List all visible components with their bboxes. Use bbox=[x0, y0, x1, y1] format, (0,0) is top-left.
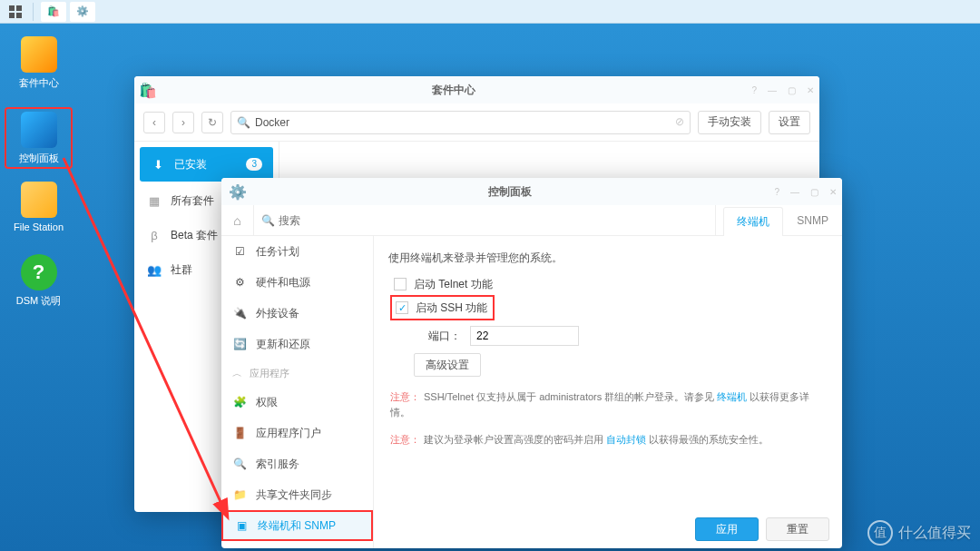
maximize-icon[interactable]: ▢ bbox=[782, 85, 801, 95]
sidebar-privileges[interactable]: 🧩权限 bbox=[221, 387, 373, 418]
autoblock-link[interactable]: 自动封锁 bbox=[606, 434, 646, 445]
watermark: 值 什么值得买 bbox=[867, 520, 971, 546]
minimize-icon[interactable]: — bbox=[762, 85, 782, 95]
description: 使用终端机来登录并管理您的系统。 bbox=[388, 251, 828, 266]
label: 社群 bbox=[171, 262, 192, 278]
search-icon: 🔍 bbox=[261, 214, 275, 227]
thumb-icon: 值 bbox=[867, 520, 893, 546]
close-icon[interactable]: ✕ bbox=[824, 187, 842, 197]
control-panel-window: ⚙️ 控制面板 ? — ▢ ✕ ⌂ 🔍 终端机 SNMP ☑任务计划 ⚙硬件和电… bbox=[221, 178, 842, 548]
tabs: 终端机 SNMP bbox=[723, 206, 842, 235]
search-box: 🔍 ⊘ bbox=[230, 111, 691, 134]
sidebar-app-portal[interactable]: 🚪应用程序门户 bbox=[221, 418, 373, 448]
desktop-file-station[interactable]: File Station bbox=[5, 182, 73, 232]
home-button[interactable]: ⌂ bbox=[221, 205, 254, 235]
label: 启动 SSH 功能 bbox=[416, 300, 487, 316]
separator bbox=[33, 3, 34, 21]
label: Beta 套件 bbox=[171, 228, 218, 243]
toolbar: ‹ › ↻ 🔍 ⊘ 手动安装 设置 bbox=[134, 103, 819, 142]
label: 已安装 bbox=[174, 157, 207, 172]
maximize-icon[interactable]: ▢ bbox=[805, 187, 824, 197]
download-icon: ⬇ bbox=[151, 158, 165, 172]
section-apps[interactable]: ︿应用程序 bbox=[221, 359, 373, 387]
usb-icon: 🔌 bbox=[232, 306, 247, 320]
sync-icon: 📁 bbox=[232, 487, 247, 502]
sidebar-hardware[interactable]: ⚙硬件和电源 bbox=[221, 267, 373, 298]
advanced-button[interactable]: 高级设置 bbox=[414, 353, 481, 377]
control-panel-icon bbox=[21, 112, 57, 148]
taskbar: 🛍️ ⚙️ bbox=[0, 0, 980, 24]
label: 索引服务 bbox=[256, 457, 299, 472]
reset-button[interactable]: 重置 bbox=[766, 517, 829, 541]
minimize-icon[interactable]: — bbox=[785, 187, 805, 197]
label: 终端机和 SNMP bbox=[258, 518, 336, 534]
help-icon[interactable]: ? bbox=[769, 187, 785, 197]
window-icon: 🛍️ bbox=[134, 76, 162, 103]
sidebar-indexing[interactable]: 🔍索引服务 bbox=[221, 448, 373, 479]
package-icon bbox=[21, 36, 57, 73]
desktop-dsm-help[interactable]: ? DSM 说明 bbox=[5, 254, 73, 308]
grid-icon: ▦ bbox=[147, 194, 162, 208]
checkbox[interactable]: ✓ bbox=[396, 301, 408, 314]
checkbox[interactable] bbox=[394, 278, 407, 290]
sidebar-task-scheduler[interactable]: ☑任务计划 bbox=[221, 236, 373, 267]
titlebar[interactable]: 🛍️ 套件中心 ? — ▢ ✕ bbox=[134, 76, 819, 103]
help-icon[interactable]: ? bbox=[746, 85, 762, 95]
manual-install-button[interactable]: 手动安装 bbox=[698, 111, 761, 134]
settings-button[interactable]: 设置 bbox=[769, 111, 810, 134]
nav-refresh[interactable]: ↻ bbox=[201, 112, 223, 133]
sidebar-update-restore[interactable]: 🔄更新和还原 bbox=[221, 329, 373, 359]
search-input[interactable] bbox=[279, 211, 397, 231]
tab-snmp[interactable]: SNMP bbox=[783, 206, 842, 235]
label: 权限 bbox=[256, 395, 278, 410]
search-icon: 🔍 bbox=[232, 457, 247, 471]
sidebar-folder-sync[interactable]: 📁共享文件夹同步 bbox=[221, 479, 373, 510]
note-autoblock: 注意：建议为登录帐户设置高强度的密码并启用 自动封锁 以获得最强的系统安全性。 bbox=[390, 432, 828, 448]
apply-button[interactable]: 应用 bbox=[695, 517, 759, 541]
sub-toolbar: ⌂ 🔍 终端机 SNMP bbox=[221, 205, 842, 236]
search-icon: 🔍 bbox=[237, 116, 250, 129]
count-badge: 3 bbox=[246, 158, 262, 171]
help-icon: ? bbox=[21, 254, 57, 290]
label: 启动 Telnet 功能 bbox=[414, 277, 493, 292]
portal-icon: 🚪 bbox=[232, 426, 247, 440]
nav-forward[interactable]: › bbox=[172, 112, 194, 133]
chevron-up-icon: ︿ bbox=[232, 367, 242, 380]
sidebar: ☑任务计划 ⚙硬件和电源 🔌外接设备 🔄更新和还原 ︿应用程序 🧩权限 🚪应用程… bbox=[221, 236, 374, 548]
clear-icon[interactable]: ⊘ bbox=[675, 115, 684, 128]
ssh-row[interactable]: ✓ 启动 SSH 功能 bbox=[390, 295, 495, 320]
gear-icon: ⚙ bbox=[232, 275, 247, 290]
tab-terminal[interactable]: 终端机 bbox=[723, 207, 783, 236]
close-icon[interactable]: ✕ bbox=[801, 85, 819, 95]
label: 硬件和电源 bbox=[256, 275, 310, 290]
sidebar-external-devices[interactable]: 🔌外接设备 bbox=[221, 298, 373, 329]
sidebar-terminal-snmp[interactable]: ▣终端机和 SNMP bbox=[221, 510, 373, 541]
window-title: 控制面板 bbox=[250, 184, 769, 200]
titlebar[interactable]: ⚙️ 控制面板 ? — ▢ ✕ bbox=[221, 178, 842, 205]
refresh-icon: 🔄 bbox=[232, 337, 247, 351]
taskbar-pkg[interactable]: 🛍️ bbox=[41, 2, 66, 22]
port-input[interactable] bbox=[470, 326, 579, 346]
label: DSM 说明 bbox=[5, 294, 73, 308]
apps-button[interactable] bbox=[5, 4, 25, 20]
nav-back[interactable]: ‹ bbox=[143, 112, 165, 133]
port-label: 端口： bbox=[428, 329, 461, 344]
terminal-icon: ▣ bbox=[234, 518, 249, 533]
telnet-row[interactable]: 启动 Telnet 功能 bbox=[394, 273, 828, 295]
task-icon: ☑ bbox=[232, 244, 247, 259]
label: File Station bbox=[5, 221, 73, 232]
label: 应用程序 bbox=[250, 367, 289, 380]
beta-icon: β bbox=[147, 229, 162, 242]
label: 任务计划 bbox=[256, 244, 299, 260]
sidebar-installed[interactable]: ⬇ 已安装 3 bbox=[140, 147, 273, 182]
folder-icon bbox=[21, 182, 57, 218]
desktop-control-panel[interactable]: 控制面板 bbox=[5, 107, 73, 169]
content: 使用终端机来登录并管理您的系统。 启动 Telnet 功能 ✓ 启动 SSH 功… bbox=[374, 236, 842, 548]
desktop-pkg-center[interactable]: 套件中心 bbox=[5, 36, 73, 90]
label: 应用程序门户 bbox=[256, 426, 321, 441]
taskbar-cp[interactable]: ⚙️ bbox=[70, 2, 95, 22]
terminal-link[interactable]: 终端机 bbox=[717, 391, 747, 402]
key-icon: 🧩 bbox=[232, 395, 247, 409]
community-icon: 👥 bbox=[147, 263, 162, 277]
search-input[interactable] bbox=[230, 111, 691, 134]
